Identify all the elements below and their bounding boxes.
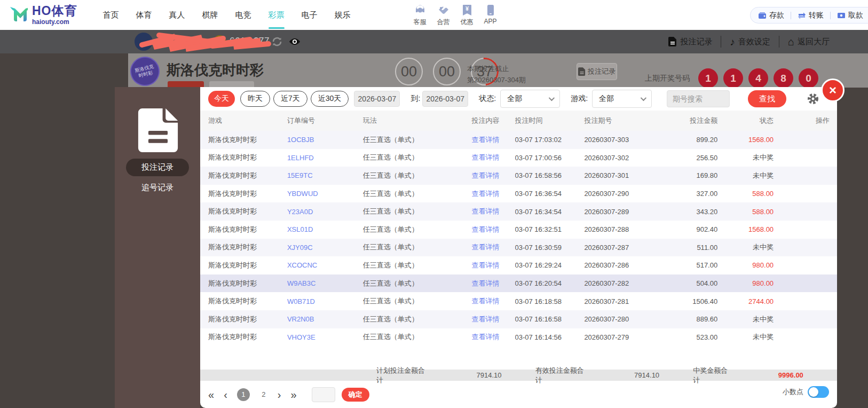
page-jump-confirm-button[interactable]: 确定 xyxy=(342,388,369,402)
app-download-button[interactable]: APP xyxy=(479,4,502,27)
status-value: 588.00 xyxy=(717,208,774,216)
nav-item-entertainment[interactable]: 娱乐 xyxy=(326,1,359,30)
view-detail-link[interactable]: 查看详情 xyxy=(456,296,515,306)
view-detail-link[interactable]: 查看详情 xyxy=(456,207,515,216)
bet-records-panel: 今天 昨天 近7天 近30天 2026-03-07 到: 2026-03-07 … xyxy=(200,87,837,408)
table-row: 斯洛伐克时时彩 Y23A0D 任三直选（单式） 查看详情 03-07 16:34… xyxy=(200,202,837,221)
page-jump-input[interactable] xyxy=(312,387,335,402)
order-id-link[interactable]: XCOCNC xyxy=(287,261,363,269)
bet-record-link[interactable]: 投注记录 xyxy=(668,37,712,47)
timer-minutes: 00 xyxy=(395,58,423,85)
next-page-button[interactable]: › xyxy=(278,389,281,400)
promotions-button[interactable]: ¥ 优惠 xyxy=(455,4,479,27)
logo-domain: haiouty.com xyxy=(32,19,77,25)
order-id-link[interactable]: Y23A0D xyxy=(287,208,363,216)
view-detail-link[interactable]: 查看详情 xyxy=(456,279,515,288)
return-lobby-link[interactable]: ⌂ 返回大厅 xyxy=(788,36,830,47)
view-detail-link[interactable]: 查看详情 xyxy=(456,242,515,252)
main-nav: 首页 体育 真人 棋牌 电竞 彩票 电子 娱乐 xyxy=(94,1,359,30)
order-id-link[interactable]: XJY09C xyxy=(287,244,363,252)
table-row: 斯洛伐克时时彩 YBDWUD 任三直选（单式） 查看详情 03-07 16:36… xyxy=(200,185,837,203)
nav-item-cards[interactable]: 棋牌 xyxy=(194,1,227,30)
close-modal-button[interactable]: × xyxy=(821,79,845,102)
sidebar-item-bet-records[interactable]: 投注记录 xyxy=(126,159,189,176)
order-id-link[interactable]: VR2N0B xyxy=(287,315,363,323)
top-navbar: HO体育 haiouty.com 首页 体育 真人 棋牌 电竞 彩票 电子 娱乐… xyxy=(0,0,868,30)
svg-text:¥: ¥ xyxy=(465,5,469,12)
first-page-button[interactable]: « xyxy=(208,389,214,400)
customer-service-button[interactable]: 客服 xyxy=(408,4,432,27)
coupon-badge-icon: ¥ xyxy=(455,4,479,17)
game-select[interactable]: 全部 xyxy=(592,90,652,108)
page-1-button[interactable]: 1 xyxy=(237,388,250,401)
draw-ball: 1 xyxy=(698,68,718,88)
filter-7days-button[interactable]: 近7天 xyxy=(273,91,307,107)
partnership-button[interactable]: 合营 xyxy=(432,4,455,27)
pagination: « ‹ 1 2 › » 确定 xyxy=(200,381,837,408)
nav-item-esports[interactable]: 电竞 xyxy=(227,1,260,30)
view-detail-link[interactable]: 查看详情 xyxy=(456,225,515,234)
status-value: 1568.00 xyxy=(717,136,774,144)
status-select[interactable]: 全部 xyxy=(500,90,560,108)
order-id-link[interactable]: 1ELHFD xyxy=(287,154,363,162)
order-id-link[interactable]: XSL01D xyxy=(287,225,363,233)
avatar[interactable] xyxy=(135,33,153,51)
order-id-link[interactable]: W0B71D xyxy=(287,297,363,305)
nav-item-lottery[interactable]: 彩票 xyxy=(260,1,293,30)
nav-item-slots[interactable]: 电子 xyxy=(293,1,326,30)
date-from-input[interactable]: 2026-03-07 xyxy=(354,91,400,107)
filter-30days-button[interactable]: 近30天 xyxy=(311,91,349,107)
decimal-toggle[interactable] xyxy=(808,386,829,398)
issue-search-input[interactable] xyxy=(667,90,730,107)
view-detail-link[interactable]: 查看详情 xyxy=(456,189,515,199)
phone-icon xyxy=(479,4,502,17)
user-bar: ¥ 6610.277 投注记录 ♪ 音效设定 xyxy=(0,30,868,53)
withdraw-button[interactable]: 取款 xyxy=(837,11,863,20)
date-to-input[interactable]: 2026-03-07 xyxy=(422,91,468,107)
decimal-toggle-group: 小数点 xyxy=(783,386,829,398)
filter-yesterday-button[interactable]: 昨天 xyxy=(240,91,270,107)
view-detail-link[interactable]: 查看详情 xyxy=(456,135,515,145)
site-logo[interactable]: HO体育 haiouty.com xyxy=(7,5,77,25)
nav-item-home[interactable]: 首页 xyxy=(94,1,128,30)
sidebar-item-chase-records[interactable]: 追号记录 xyxy=(126,179,189,197)
deadline-info: 本期投注截止 第20260307-304期 xyxy=(467,63,526,86)
nav-item-sports[interactable]: 体育 xyxy=(128,1,161,30)
filter-today-button[interactable]: 今天 xyxy=(208,91,235,107)
search-button[interactable]: 查找 xyxy=(748,90,786,107)
deposit-button[interactable]: 存款 xyxy=(758,11,784,20)
transfer-button[interactable]: 转账 xyxy=(798,11,824,20)
withdraw-icon xyxy=(837,12,846,19)
order-id-link[interactable]: W9AB3C xyxy=(287,279,363,287)
view-detail-link[interactable]: 查看详情 xyxy=(456,153,515,162)
order-id-link[interactable]: 1OCBJB xyxy=(287,136,363,144)
toggle-balance-visibility-button[interactable] xyxy=(288,36,301,50)
view-detail-link[interactable]: 查看详情 xyxy=(456,171,515,181)
page-2-button[interactable]: 2 xyxy=(257,388,270,401)
order-id-link[interactable]: 15E9TC xyxy=(287,171,363,179)
sound-settings-link[interactable]: ♪ 音效设定 xyxy=(730,37,770,47)
table-row: 斯洛伐克时时彩 XSL01D 任三直选（单式） 查看详情 03-07 16:32… xyxy=(200,221,837,239)
status-value: 588.00 xyxy=(717,190,774,198)
win-total-value: 9996.00 xyxy=(778,371,837,379)
view-detail-link[interactable]: 查看详情 xyxy=(456,332,515,342)
refresh-balance-button[interactable] xyxy=(271,36,283,50)
prev-page-button[interactable]: ‹ xyxy=(224,389,227,400)
view-detail-link[interactable]: 查看详情 xyxy=(456,315,515,324)
draw-ball: 0 xyxy=(799,68,818,88)
table-header: 游戏 订单编号 玩法 投注内容 投注时间 投注期号 投注金额 状态 操作 xyxy=(200,111,837,131)
document-icon xyxy=(578,67,586,76)
table-body: 斯洛伐克时时彩 1OCBJB 任三直选（单式） 查看详情 03-07 17:03… xyxy=(200,131,837,346)
order-id-link[interactable]: YBDWUD xyxy=(287,190,363,198)
chevron-down-icon xyxy=(641,95,646,101)
view-detail-link[interactable]: 查看详情 xyxy=(456,261,515,270)
order-id-link[interactable]: VHOY3E xyxy=(287,333,363,341)
game-title: 斯洛伐克时时彩 xyxy=(167,61,264,80)
table-row: 斯洛伐克时时彩 XJY09C 任三直选（单式） 查看详情 03-07 16:30… xyxy=(200,239,837,257)
settings-button[interactable] xyxy=(807,92,819,105)
bet-record-header-button[interactable]: 投注记录 xyxy=(577,63,617,80)
last-page-button[interactable]: » xyxy=(290,389,296,400)
userbar-links: 投注记录 ♪ 音效设定 ⌂ 返回大厅 xyxy=(668,30,830,53)
filter-bar: 今天 昨天 近7天 近30天 2026-03-07 到: 2026-03-07 … xyxy=(200,87,837,111)
nav-item-live[interactable]: 真人 xyxy=(161,1,194,30)
